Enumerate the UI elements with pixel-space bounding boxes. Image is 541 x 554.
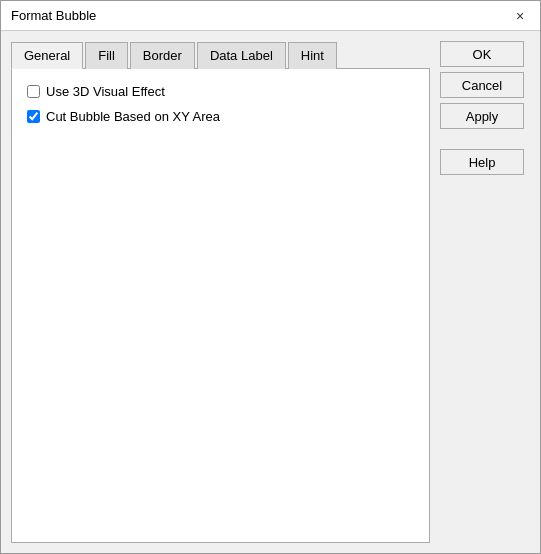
apply-button[interactable]: Apply: [440, 103, 524, 129]
checkbox-cut-bubble[interactable]: [27, 110, 40, 123]
tab-general[interactable]: General: [11, 42, 83, 69]
sidebar-buttons: OK Cancel Apply Help: [440, 41, 530, 543]
button-spacer: [440, 134, 530, 144]
cancel-button[interactable]: Cancel: [440, 72, 524, 98]
checkbox-3d-visual[interactable]: [27, 85, 40, 98]
help-button[interactable]: Help: [440, 149, 524, 175]
close-button[interactable]: ×: [510, 6, 530, 26]
dialog-title: Format Bubble: [11, 8, 96, 23]
tab-border[interactable]: Border: [130, 42, 195, 69]
tab-hint[interactable]: Hint: [288, 42, 337, 69]
label-3d-visual: Use 3D Visual Effect: [46, 84, 165, 99]
checkbox-row-cut-bubble: Cut Bubble Based on XY Area: [27, 109, 414, 124]
ok-button[interactable]: OK: [440, 41, 524, 67]
tab-fill[interactable]: Fill: [85, 42, 128, 69]
tab-data-label[interactable]: Data Label: [197, 42, 286, 69]
tab-content-general: Use 3D Visual Effect Cut Bubble Based on…: [11, 69, 430, 543]
checkbox-row-3d: Use 3D Visual Effect: [27, 84, 414, 99]
dialog-body: General Fill Border Data Label Hint Use …: [1, 31, 540, 553]
title-bar: Format Bubble ×: [1, 1, 540, 31]
main-content: General Fill Border Data Label Hint Use …: [11, 41, 430, 543]
format-bubble-dialog: Format Bubble × General Fill Border Data…: [0, 0, 541, 554]
label-cut-bubble: Cut Bubble Based on XY Area: [46, 109, 220, 124]
tab-bar: General Fill Border Data Label Hint: [11, 41, 430, 69]
